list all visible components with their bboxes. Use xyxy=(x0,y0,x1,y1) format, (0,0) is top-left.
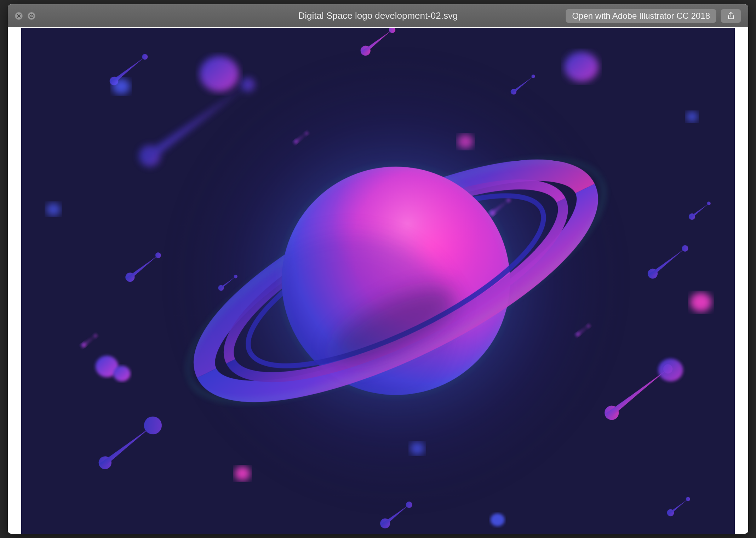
svg-point-47 xyxy=(658,359,683,382)
svg-point-43 xyxy=(113,366,130,381)
svg-line-1 xyxy=(30,15,33,17)
svg-point-38 xyxy=(564,52,598,82)
window-titlebar: Digital Space logo development-02.svg Op… xyxy=(8,4,748,28)
blocked-icon xyxy=(29,14,34,18)
svg-point-36 xyxy=(200,56,239,92)
svg-point-44 xyxy=(235,467,250,481)
share-button[interactable] xyxy=(721,9,741,23)
svg-point-48 xyxy=(690,293,711,312)
planet-artwork xyxy=(21,28,735,534)
minimize-window-button[interactable] xyxy=(28,12,35,20)
svg-point-46 xyxy=(491,514,505,526)
close-window-button[interactable] xyxy=(15,12,23,20)
titlebar-actions: Open with Adobe Illustrator CC 2018 xyxy=(566,9,748,23)
quicklook-window: Digital Space logo development-02.svg Op… xyxy=(8,4,748,534)
svg-point-37 xyxy=(112,79,130,94)
close-icon xyxy=(17,14,21,18)
preview-content xyxy=(8,27,748,534)
window-controls xyxy=(8,12,35,20)
share-icon xyxy=(727,12,735,20)
svg-artwork-canvas xyxy=(21,28,735,534)
svg-point-39 xyxy=(686,112,698,122)
open-with-button[interactable]: Open with Adobe Illustrator CC 2018 xyxy=(566,9,716,23)
svg-point-41 xyxy=(46,203,61,216)
